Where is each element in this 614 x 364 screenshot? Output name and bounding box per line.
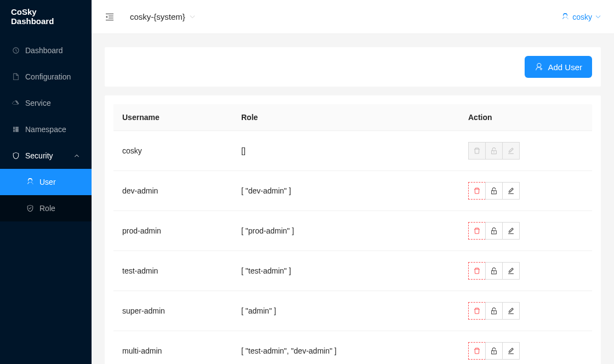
trash-icon bbox=[473, 267, 481, 275]
unlock-icon bbox=[490, 147, 498, 155]
unlock-icon bbox=[490, 347, 498, 355]
edit-icon bbox=[507, 187, 515, 195]
user-name: cosky bbox=[572, 13, 592, 21]
dashboard-icon bbox=[12, 47, 20, 54]
sidebar-item-service[interactable]: Service bbox=[0, 90, 92, 116]
trash-icon bbox=[473, 227, 481, 235]
sidebar-item-label: Security bbox=[25, 151, 53, 160]
cell-action bbox=[459, 291, 592, 331]
unlock-icon bbox=[490, 307, 498, 315]
delete-button[interactable] bbox=[468, 182, 486, 200]
user-add-icon bbox=[535, 62, 543, 71]
trash-icon bbox=[473, 347, 481, 355]
menu-fold-icon bbox=[105, 12, 115, 22]
trash-icon bbox=[473, 147, 481, 155]
edit-button[interactable] bbox=[502, 182, 520, 200]
column-header-role: Role bbox=[232, 104, 459, 131]
cell-role: [ "admin" ] bbox=[232, 291, 459, 331]
delete-button[interactable] bbox=[468, 302, 486, 320]
sidebar-subitem-label: Role bbox=[39, 204, 55, 213]
edit-icon bbox=[507, 147, 515, 155]
block-icon bbox=[12, 126, 20, 133]
cell-action bbox=[459, 331, 592, 364]
edit-button[interactable] bbox=[502, 222, 520, 240]
trash-icon bbox=[473, 307, 481, 315]
user-icon bbox=[26, 178, 34, 186]
cell-username: super-admin bbox=[113, 291, 232, 331]
unlock-button[interactable] bbox=[485, 262, 503, 280]
column-header-action: Action bbox=[459, 104, 592, 131]
file-icon bbox=[12, 73, 20, 81]
add-user-button[interactable]: Add User bbox=[525, 56, 592, 78]
table-row: test-admin[ "test-admin" ] bbox=[113, 251, 592, 291]
cell-action bbox=[459, 171, 592, 211]
delete-button[interactable] bbox=[468, 342, 486, 360]
table-row: dev-admin[ "dev-admin" ] bbox=[113, 171, 592, 211]
cell-username: test-admin bbox=[113, 251, 232, 291]
sidebar-item-label: Dashboard bbox=[25, 46, 63, 55]
add-user-label: Add User bbox=[548, 62, 582, 72]
sidebar: CoSky Dashboard Dashboard Configuration … bbox=[0, 0, 92, 364]
action-group bbox=[468, 302, 520, 320]
action-group bbox=[468, 142, 520, 160]
sidebar-item-label: Service bbox=[25, 99, 51, 107]
unlock-button[interactable] bbox=[485, 182, 503, 200]
sidebar-subitem-role[interactable]: Role bbox=[0, 195, 92, 221]
delete-button[interactable] bbox=[468, 262, 486, 280]
chevron-down-icon bbox=[190, 14, 195, 20]
cell-action bbox=[459, 251, 592, 291]
cell-role: [ "test-admin" ] bbox=[232, 251, 459, 291]
user-icon bbox=[561, 13, 569, 21]
cloud-server-icon bbox=[12, 99, 20, 107]
collapse-sidebar-button[interactable] bbox=[105, 12, 115, 22]
cell-role: [ "prod-admin" ] bbox=[232, 211, 459, 251]
delete-button bbox=[468, 142, 486, 160]
unlock-button[interactable] bbox=[485, 222, 503, 240]
unlock-button bbox=[485, 142, 503, 160]
chevron-down-icon bbox=[595, 14, 601, 20]
sidebar-item-configuration[interactable]: Configuration bbox=[0, 64, 92, 90]
edit-button[interactable] bbox=[502, 342, 520, 360]
cell-username: prod-admin bbox=[113, 211, 232, 251]
chevron-up-icon bbox=[74, 153, 79, 158]
user-menu[interactable]: cosky bbox=[561, 13, 601, 21]
unlock-button[interactable] bbox=[485, 302, 503, 320]
edit-icon bbox=[507, 307, 515, 315]
unlock-icon bbox=[490, 187, 498, 195]
namespace-selector[interactable]: cosky-{system} bbox=[130, 12, 195, 21]
sidebar-item-label: Namespace bbox=[25, 125, 66, 134]
edit-icon bbox=[507, 267, 515, 275]
sidebar-item-dashboard[interactable]: Dashboard bbox=[0, 37, 92, 64]
trash-icon bbox=[473, 187, 481, 195]
edit-button[interactable] bbox=[502, 262, 520, 280]
sidebar-item-label: Configuration bbox=[25, 72, 71, 81]
cell-username: dev-admin bbox=[113, 171, 232, 211]
unlock-button[interactable] bbox=[485, 342, 503, 360]
sidebar-subitem-user[interactable]: User bbox=[0, 169, 92, 195]
edit-icon bbox=[507, 347, 515, 355]
action-group bbox=[468, 342, 520, 360]
toolbar-card: Add User bbox=[105, 47, 601, 87]
table-row: multi-admin[ "test-admin", "dev-admin" ] bbox=[113, 331, 592, 364]
content: Add User Username Role Action cosky[]dev… bbox=[92, 34, 614, 364]
sidebar-subitem-label: User bbox=[39, 178, 56, 186]
delete-button[interactable] bbox=[468, 222, 486, 240]
namespace-label: cosky-{system} bbox=[130, 12, 185, 21]
action-group bbox=[468, 182, 520, 200]
edit-button[interactable] bbox=[502, 302, 520, 320]
sidebar-item-namespace[interactable]: Namespace bbox=[0, 116, 92, 143]
unlock-icon bbox=[490, 267, 498, 275]
security-submenu: User Role bbox=[0, 169, 92, 221]
user-table-card: Username Role Action cosky[]dev-admin[ "… bbox=[105, 95, 601, 364]
edit-icon bbox=[507, 227, 515, 235]
column-header-username: Username bbox=[113, 104, 232, 131]
cell-role: [] bbox=[232, 131, 459, 171]
sidebar-menu: Dashboard Configuration Service Namespac… bbox=[0, 33, 92, 221]
action-group bbox=[468, 262, 520, 280]
edit-button bbox=[502, 142, 520, 160]
sidebar-item-security[interactable]: Security bbox=[0, 143, 92, 169]
cell-action bbox=[459, 211, 592, 251]
app-logo: CoSky Dashboard bbox=[0, 0, 92, 33]
shield-icon bbox=[26, 204, 34, 212]
table-row: super-admin[ "admin" ] bbox=[113, 291, 592, 331]
